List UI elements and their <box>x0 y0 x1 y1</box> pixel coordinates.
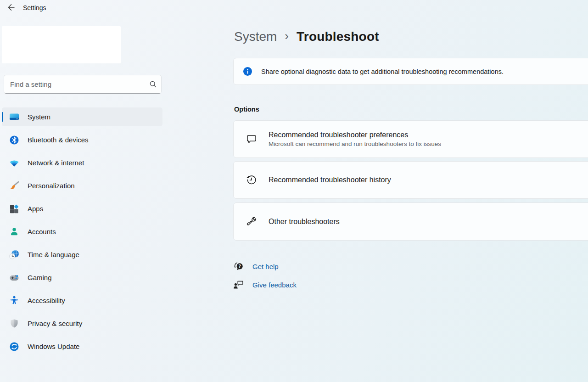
apps-icon <box>9 203 20 214</box>
network-icon <box>9 157 20 169</box>
sidebar-item-gaming[interactable]: Gaming <box>2 268 162 287</box>
sidebar-item-label: Apps <box>28 205 43 213</box>
chevron-right-icon: › <box>285 29 289 43</box>
history-icon <box>246 174 258 186</box>
give-feedback-icon <box>233 279 245 291</box>
breadcrumb: System › Troubleshoot <box>234 28 379 46</box>
privacy-security-icon <box>9 318 20 329</box>
time-language-icon <box>9 249 20 260</box>
search-input[interactable] <box>4 80 147 88</box>
search-box[interactable] <box>4 75 162 94</box>
sidebar-item-label: Network & internet <box>28 159 84 167</box>
card-title: Recommended troubleshooter history <box>269 176 391 184</box>
sidebar-item-label: Bluetooth & devices <box>28 136 89 144</box>
accessibility-icon <box>9 295 20 306</box>
sidebar-item-label: Gaming <box>28 274 52 281</box>
sidebar-item-bluetooth-devices[interactable]: Bluetooth & devices <box>2 130 162 149</box>
diagnostic-info-banner: Share optional diagnostic data to get ad… <box>233 58 588 85</box>
app-title: Settings <box>23 4 46 11</box>
back-button[interactable] <box>4 2 18 14</box>
wrench-icon <box>246 216 258 228</box>
give-feedback-link[interactable]: Give feedback <box>233 279 297 291</box>
windows-update-icon <box>9 341 20 352</box>
card-title: Recommended troubleshooter preferences <box>269 131 441 139</box>
sidebar-item-label: Time & language <box>28 251 79 258</box>
banner-text: Share optional diagnostic data to get ad… <box>261 68 504 75</box>
svg-text:?: ? <box>238 264 241 269</box>
card-other-troubleshooters[interactable]: Other troubleshooters <box>233 202 588 241</box>
selection-indicator <box>2 112 3 122</box>
system-icon <box>9 112 20 123</box>
gaming-icon <box>9 272 20 283</box>
sidebar-item-windows-update[interactable]: Windows Update <box>2 337 162 356</box>
bluetooth-icon <box>9 135 20 146</box>
get-help-label: Get help <box>252 263 279 270</box>
sidebar-item-system[interactable]: System <box>2 107 162 126</box>
card-subtitle: Microsoft can recommend and run troubles… <box>269 140 441 147</box>
get-help-link[interactable]: ? Get help <box>233 260 279 273</box>
page-title: Troubleshoot <box>297 29 379 44</box>
card-recommended-troubleshooter-history[interactable]: Recommended troubleshooter history <box>233 161 588 199</box>
sidebar-item-label: Personalization <box>28 182 75 190</box>
sidebar-item-label: Accessibility <box>28 297 65 304</box>
personalization-icon <box>9 180 20 191</box>
sidebar-item-label: Privacy & security <box>28 320 82 327</box>
sidebar-item-privacy-security[interactable]: Privacy & security <box>2 314 162 333</box>
titlebar: Settings <box>0 0 588 16</box>
search-icon <box>147 80 161 88</box>
breadcrumb-parent[interactable]: System <box>234 29 277 44</box>
info-icon <box>243 67 252 76</box>
comment-icon <box>246 133 258 145</box>
card-title: Other troubleshooters <box>269 218 340 226</box>
sidebar-item-label: Accounts <box>28 228 56 236</box>
card-recommended-troubleshooter-preferences[interactable]: Recommended troubleshooter preferences M… <box>233 120 588 158</box>
sidebar-item-network-internet[interactable]: Network & internet <box>2 153 162 172</box>
sidebar-item-time-language[interactable]: Time & language <box>2 245 162 264</box>
sidebar-item-accounts[interactable]: Accounts <box>2 222 162 241</box>
sidebar-item-apps[interactable]: Apps <box>2 199 162 218</box>
sidebar-item-accessibility[interactable]: Accessibility <box>2 291 162 310</box>
give-feedback-label: Give feedback <box>252 281 297 289</box>
sidebar-item-personalization[interactable]: Personalization <box>2 176 162 195</box>
get-help-icon: ? <box>233 260 245 273</box>
back-arrow-icon <box>6 3 16 13</box>
sidebar-item-label: Windows Update <box>28 343 79 350</box>
sidebar-nav: System Bluetooth & devices Network & int… <box>2 107 162 360</box>
options-heading: Options <box>234 106 259 113</box>
profile-placeholder[interactable] <box>2 26 121 63</box>
accounts-icon <box>9 226 20 237</box>
sidebar-item-label: System <box>28 113 50 121</box>
